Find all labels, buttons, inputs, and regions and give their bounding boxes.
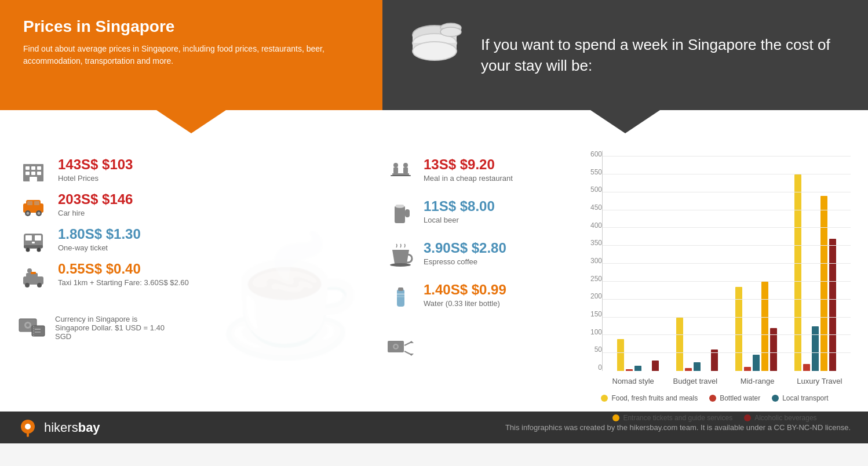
bar-3-2	[812, 326, 819, 371]
svg-rect-45	[403, 168, 408, 173]
svg-point-35	[25, 283, 30, 287]
bar-2-2	[753, 355, 760, 371]
x-label-0: Nomad style	[602, 374, 664, 388]
svg-rect-13	[31, 172, 35, 175]
taxi-price-label: Taxi 1km + Starting Fare: 3.60S$ $2.60	[58, 278, 189, 287]
legend-label-3: Entrance tickets and guide services	[623, 414, 732, 422]
legend-label-0: Food, fresh fruits and meals	[611, 394, 698, 402]
taxi-price-value: 0.55S$ $0.40	[58, 261, 189, 277]
svg-rect-48	[395, 206, 405, 223]
bar-0-0	[617, 339, 624, 372]
x-axis: Nomad styleBudget travelMid-rangeLuxury …	[602, 374, 851, 388]
hotel-price-label: Hotel Prices	[58, 174, 133, 183]
legend-dot-2	[772, 395, 779, 402]
taxi-price-row: 0.55S$ $0.40 Taxi 1km + Starting Fare: 3…	[17, 261, 357, 290]
drinks-panel: 13S$ $9.20 Meal in a cheap restaurant	[374, 139, 567, 412]
svg-rect-18	[27, 201, 32, 205]
svg-marker-61	[409, 354, 414, 356]
svg-rect-56	[397, 296, 404, 297]
ticket-price-label: One-way ticket	[58, 243, 141, 252]
svg-point-51	[395, 203, 405, 208]
bar-group-2	[727, 282, 786, 371]
beer-price-label: Local beer	[424, 216, 495, 224]
coffee-price-row: 3.90S$ $2.80 Espresso coffee	[386, 240, 556, 269]
brand-logo	[17, 417, 38, 438]
legend-dot-3	[612, 414, 619, 421]
car-price-row: 203S$ $146 Car hire	[17, 191, 357, 220]
svg-point-63	[25, 424, 31, 429]
week-cost-text: If you want to spend a week in Singapore…	[481, 34, 845, 77]
chart-legend: Food, fresh fruits and mealsBottled wate…	[579, 394, 851, 422]
bar-2-3	[761, 282, 768, 371]
y-axis: 600 550 500 450 400 350 300 250 200 150 …	[579, 151, 602, 371]
legend-item-1: Bottled water	[709, 394, 760, 402]
svg-point-23	[38, 212, 41, 215]
svg-marker-60	[409, 341, 414, 343]
svg-point-21	[27, 212, 30, 215]
page-title: Prices in Singapore	[23, 17, 359, 36]
svg-rect-26	[35, 235, 41, 241]
bar-0-1	[626, 369, 633, 371]
currency-text: Currency in Singapore is Singapore Dolla…	[55, 315, 171, 341]
svg-rect-46	[392, 173, 409, 175]
svg-rect-27	[24, 245, 43, 248]
bar-2-4	[770, 328, 777, 371]
svg-point-40	[26, 323, 30, 327]
beer-price-row: 11S$ $8.00 Local beer	[386, 198, 556, 227]
car-icon	[17, 194, 49, 220]
brand: hikersbay	[17, 417, 100, 438]
svg-rect-19	[34, 201, 39, 205]
svg-point-29	[37, 248, 41, 252]
beer-price-value: 11S$ $8.00	[424, 198, 495, 214]
svg-rect-15	[30, 177, 37, 181]
bar-group-3	[786, 174, 845, 371]
svg-rect-55	[397, 293, 404, 295]
currency-icon	[17, 313, 46, 342]
coins-icon	[406, 17, 464, 93]
bar-group-0	[608, 339, 668, 372]
svg-point-36	[37, 283, 42, 287]
car-price-label: Car hire	[58, 209, 133, 217]
svg-rect-11	[37, 166, 41, 170]
svg-point-28	[26, 248, 30, 252]
svg-rect-54	[398, 287, 403, 291]
brand-name: hikersbay	[44, 420, 100, 435]
ticket-price-row: 1.80S$ $1.30 One-way ticket	[17, 226, 357, 255]
bar-3-1	[803, 364, 810, 371]
meal-price-label: Meal in a cheap restaurant	[424, 174, 513, 183]
legend-dot-0	[601, 395, 608, 402]
bar-3-4	[829, 239, 836, 371]
svg-rect-9	[25, 166, 30, 170]
hotel-price-value: 143S$ $103	[58, 156, 133, 173]
bars-area	[602, 151, 851, 371]
water-price-value: 1.40S$ $0.99	[424, 282, 506, 298]
water-icon	[386, 285, 415, 311]
ticket-price-value: 1.80S$ $1.30	[58, 226, 141, 242]
svg-rect-10	[31, 166, 35, 170]
legend-item-3: Entrance tickets and guide services	[612, 414, 732, 422]
coffee-price-label: Espresso coffee	[424, 257, 506, 266]
svg-rect-14	[37, 172, 41, 175]
svg-rect-47	[391, 175, 411, 176]
legend-dot-1	[709, 395, 716, 402]
svg-point-44	[403, 163, 408, 168]
legend-item-2: Local transport	[772, 394, 828, 402]
bar-0-2	[634, 366, 641, 371]
meal-price-row: 13S$ $9.20 Meal in a cheap restaurant	[386, 156, 556, 185]
chart-panel: 600 550 500 450 400 350 300 250 200 150 …	[567, 139, 868, 412]
currency-exchange-icon	[386, 335, 415, 364]
x-label-2: Mid-range	[727, 374, 789, 388]
main-section: 143S$ $103 Hotel Prices	[0, 110, 868, 412]
legend-label-4: Alcoholic beverages	[754, 414, 816, 422]
legend-item-4: Alcoholic beverages	[744, 414, 816, 422]
svg-point-52	[390, 263, 411, 267]
legend-dot-4	[744, 414, 751, 421]
page-subtitle: Find out about average prices in Singapo…	[23, 43, 359, 67]
meal-icon	[386, 159, 415, 185]
bus-icon	[17, 229, 49, 255]
svg-rect-37	[31, 272, 36, 274]
bar-3-3	[820, 196, 827, 371]
bar-0-4	[652, 361, 659, 372]
svg-point-4	[413, 42, 457, 60]
water-price-row: 1.40S$ $0.99 Water (0.33 liter bottle)	[386, 282, 556, 311]
